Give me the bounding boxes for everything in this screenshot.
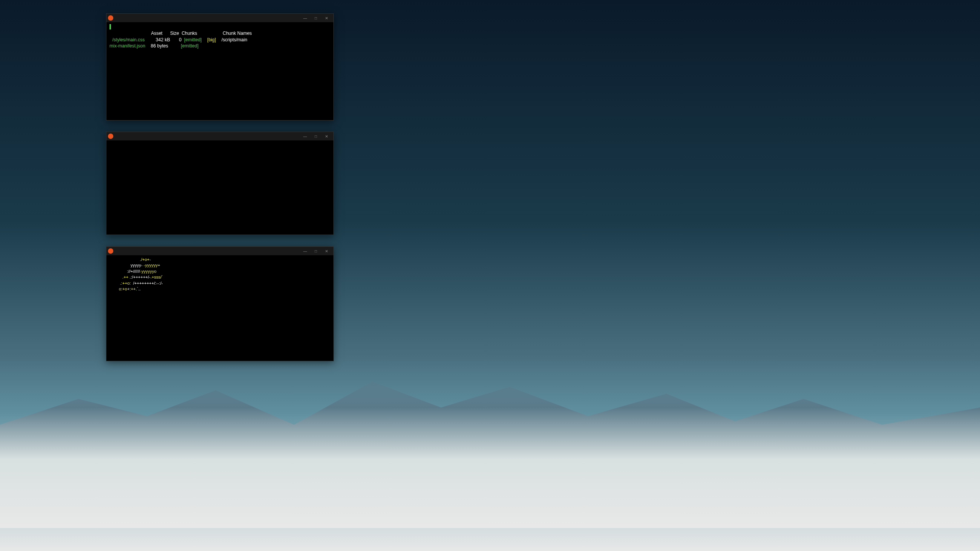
maximize-button[interactable]: □ (310, 15, 321, 21)
close-button[interactable]: ✕ (321, 248, 332, 254)
terminal-output[interactable]: ./+o+- yyyyy- -yyyyyy+ ://+//////-yyyyyy… (106, 255, 333, 293)
minimize-button[interactable]: — (300, 133, 310, 139)
close-button[interactable]: ✕ (321, 15, 332, 21)
ubuntu-icon (108, 248, 113, 254)
ubuntu-icon (108, 134, 113, 139)
maximize-button[interactable]: □ (310, 133, 321, 139)
terminal-screenfetch: — □ ✕ ./+o+- yyyyy- -yyyyyy+ ://+//////-… (106, 246, 334, 361)
minimize-button[interactable]: — (300, 15, 310, 21)
maximize-button[interactable]: □ (310, 248, 321, 254)
close-button[interactable]: ✕ (321, 133, 332, 139)
ubuntu-icon (108, 15, 113, 21)
terminal-webpack: — □ ✕ Asset Size Chunks Chunk Names /sty… (106, 13, 334, 121)
wallpaper-mountains (0, 356, 980, 528)
terminal-output[interactable]: Asset Size Chunks Chunk Names /styles/ma… (106, 22, 333, 51)
terminal-composer: — □ ✕ (106, 132, 334, 235)
titlebar[interactable]: — □ ✕ (106, 247, 333, 255)
terminal-output[interactable] (106, 140, 333, 176)
titlebar[interactable]: — □ ✕ (106, 132, 333, 140)
titlebar[interactable]: — □ ✕ (106, 14, 333, 22)
minimize-button[interactable]: — (300, 248, 310, 254)
